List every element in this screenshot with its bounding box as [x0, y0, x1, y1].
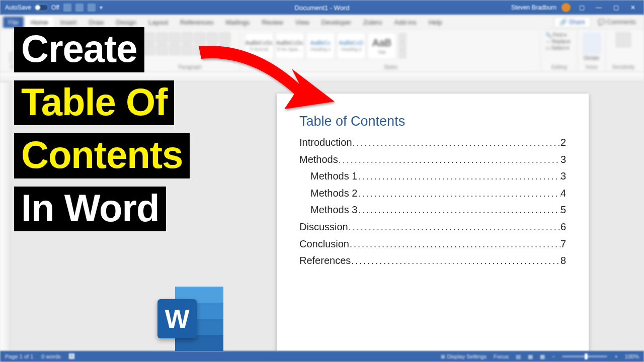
toc-entry[interactable]: Methods 3 5	[299, 202, 566, 219]
style-heading1[interactable]: AaBbCcHeading 1	[306, 32, 335, 59]
toc-entry[interactable]: References 8	[299, 252, 566, 269]
tab-home[interactable]: Home	[26, 17, 53, 28]
sensitivity-label: Sensitivity	[610, 64, 637, 71]
toc-entry[interactable]: Methods 2 4	[299, 185, 566, 202]
user-name[interactable]: Steven Bradburn	[511, 4, 556, 11]
close-icon[interactable]: ✕	[627, 4, 639, 11]
ribbon-options-icon[interactable]: ▢	[576, 4, 588, 11]
view-read-icon[interactable]: ▦	[528, 353, 533, 360]
toc-leader-dots	[348, 220, 560, 235]
toc-title: Table of Contents	[299, 114, 566, 129]
tab-review[interactable]: Review	[257, 17, 288, 28]
minimize-icon[interactable]: —	[593, 4, 605, 11]
toc-entry[interactable]: Introduction 2	[299, 134, 566, 151]
indent-button[interactable]	[194, 32, 205, 43]
toc-leader-dots	[351, 253, 560, 268]
share-button[interactable]: 🔗 Share	[554, 17, 590, 28]
autosave-toggle[interactable]: AutoSave Off	[5, 4, 59, 11]
tab-help[interactable]: Help	[424, 17, 447, 28]
zoom-level[interactable]: 100%	[625, 353, 639, 359]
toc-leader-dots	[357, 186, 560, 201]
toc-entry[interactable]: Methods 3	[299, 151, 566, 168]
tab-layout[interactable]: Layout	[143, 17, 173, 28]
showmarks-button[interactable]	[219, 32, 230, 43]
toc-entry-page: 4	[560, 185, 566, 202]
shading-button[interactable]	[207, 44, 218, 55]
status-words[interactable]: 0 words	[41, 353, 61, 359]
overlay-line-1: Create	[14, 27, 144, 72]
group-editing: 🔍 Find ▾ ↔ Replace ▭ Select ▾ Editing	[541, 31, 578, 72]
zoom-in-button[interactable]: +	[614, 353, 617, 359]
toc-leader-dots	[338, 152, 560, 167]
sort-button[interactable]	[207, 32, 218, 43]
save-icon[interactable]	[63, 4, 71, 12]
toc-entry-page: 6	[560, 219, 566, 236]
toc-container: Introduction 2Methods 3Methods 1 3Method…	[299, 134, 566, 269]
dictate-button[interactable]	[582, 32, 601, 54]
tab-file[interactable]: File	[3, 17, 24, 28]
styles-up-icon[interactable]	[399, 33, 406, 41]
find-button[interactable]: 🔍 Find ▾	[545, 32, 573, 38]
toc-leader-dots	[357, 203, 560, 218]
style-heading2[interactable]: AaBbCcDHeading 2	[337, 32, 366, 59]
focus-button[interactable]: Focus	[494, 353, 509, 359]
toc-entry[interactable]: Discussion 6	[299, 219, 566, 236]
tab-draw[interactable]: Draw	[84, 17, 109, 28]
voice-label: Voice	[582, 64, 601, 71]
redo-icon[interactable]	[88, 4, 96, 12]
select-button[interactable]: ▭ Select ▾	[545, 45, 573, 51]
line-spacing-button[interactable]	[194, 44, 205, 55]
toc-entry-label: Methods 1	[310, 168, 357, 185]
toc-entry-label: Conclusion	[299, 236, 349, 253]
sensitivity-button[interactable]	[616, 32, 631, 47]
display-settings-button[interactable]: 🖥 Display Settings	[440, 353, 487, 359]
status-page[interactable]: Page 1 of 1	[5, 353, 33, 359]
tab-insert[interactable]: Insert	[55, 17, 82, 28]
overlay-line-4: In Word	[14, 187, 166, 232]
autosave-label: AutoSave	[5, 4, 31, 11]
replace-button[interactable]: ↔ Replace	[545, 39, 573, 44]
borders-button[interactable]	[219, 44, 230, 55]
view-print-icon[interactable]: ▤	[516, 353, 521, 360]
toggle-off-icon[interactable]	[34, 4, 48, 11]
toc-entry-page: 5	[560, 202, 566, 219]
tab-design[interactable]: Design	[111, 17, 141, 28]
status-lang-icon[interactable]: 🅰	[69, 353, 74, 359]
document-page[interactable]: Table of Contents Introduction 2Methods …	[277, 94, 589, 351]
maximize-icon[interactable]: ▢	[610, 4, 622, 11]
tab-zotero[interactable]: Zotero	[358, 17, 387, 28]
user-avatar-icon[interactable]	[561, 3, 571, 12]
toc-entry-label: Introduction	[299, 134, 352, 151]
qat-more-icon[interactable]: ▾	[100, 4, 103, 11]
styles-label: Styles	[245, 64, 537, 71]
styles-down-icon[interactable]	[399, 42, 406, 50]
toc-entry-page: 8	[560, 252, 566, 269]
tab-mailings[interactable]: Mailings	[221, 17, 255, 28]
comments-label: Comments	[607, 19, 636, 26]
comments-button[interactable]: 💬 Comments	[598, 19, 636, 26]
style-normal[interactable]: AaBbCcDc¶ Normal	[245, 32, 274, 59]
word-letter: W	[157, 299, 197, 338]
toc-entry-page: 3	[560, 168, 566, 185]
styles-more-icon[interactable]	[399, 50, 406, 58]
toc-entry[interactable]: Methods 1 3	[299, 168, 566, 185]
undo-icon[interactable]	[75, 4, 84, 12]
toc-entry-label: Discussion	[299, 219, 348, 236]
tab-developer[interactable]: Developer	[316, 17, 356, 28]
tab-addins[interactable]: Add-ins	[389, 17, 422, 28]
share-label: Share	[569, 19, 585, 26]
vertical-ruler[interactable]	[0, 82, 10, 351]
zoom-slider[interactable]	[562, 355, 607, 357]
group-styles: AaBbCcDc¶ Normal AaBbCcDc¶ No Spac... Aa…	[240, 31, 541, 72]
zoom-out-button[interactable]: −	[552, 353, 555, 359]
view-web-icon[interactable]: ▩	[540, 353, 545, 360]
style-nospacing[interactable]: AaBbCcDc¶ No Spac...	[275, 32, 304, 59]
overlay-line-3: Contents	[14, 133, 190, 178]
group-voice: Dictate Voice	[578, 31, 606, 72]
tab-references[interactable]: References	[175, 17, 218, 28]
tab-view[interactable]: View	[290, 17, 314, 28]
style-title[interactable]: AaBTitle	[367, 32, 396, 59]
overlay-line-2: Table Of	[14, 80, 174, 126]
toc-entry[interactable]: Conclusion 7	[299, 236, 566, 253]
thumbnail-overlay: Create Table Of Contents In Word	[14, 27, 190, 239]
